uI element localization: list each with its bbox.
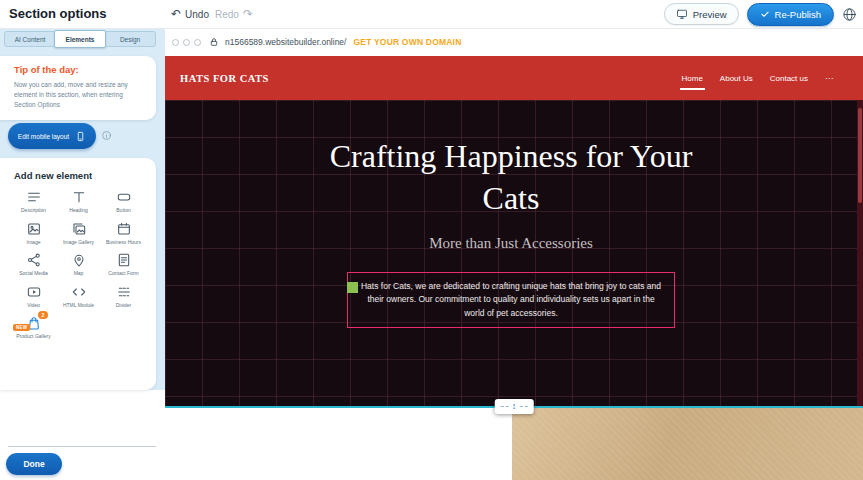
dash-decoration — [501, 406, 509, 407]
drag-handle[interactable] — [347, 282, 358, 293]
undo-icon: ↶ — [171, 8, 181, 20]
element-button[interactable]: Button — [101, 189, 146, 214]
app: Section options ↶ Undo Redo ↷ Preview — [0, 0, 863, 480]
topbar-actions: Preview Re-Publish — [664, 0, 857, 28]
element-divider[interactable]: Divider — [101, 284, 146, 309]
badge-count: 2 — [38, 311, 48, 319]
phone-icon — [75, 131, 86, 142]
browser-bar: n1566589.websitebuilder.online/ GET YOUR… — [165, 28, 863, 57]
section-resize-handle[interactable]: ↕ — [495, 399, 534, 414]
sidebar-divider — [8, 446, 156, 447]
divider-icon — [116, 284, 132, 300]
resize-arrows-icon: ↕ — [512, 402, 517, 411]
add-element-heading: Add new element — [0, 158, 156, 181]
heading-icon — [71, 189, 87, 205]
hero-section: Crafting Happiness for Your Cats More th… — [165, 100, 857, 406]
next-section-image[interactable] — [512, 408, 863, 480]
element-html-module[interactable]: HTML Module — [56, 284, 101, 309]
video-icon — [26, 284, 42, 300]
main-area: n1566589.websitebuilder.online/ GET YOUR… — [165, 28, 863, 480]
topbar: Section options ↶ Undo Redo ↷ Preview — [0, 0, 863, 29]
element-video[interactable]: Video — [11, 284, 56, 309]
info-icon[interactable] — [101, 130, 112, 141]
preview-button[interactable]: Preview — [664, 3, 739, 25]
scrollbar-track[interactable] — [857, 100, 863, 406]
scrollbar-thumb[interactable] — [858, 108, 862, 203]
hero-textbox[interactable]: Hats for Cats, we are dedicated to craft… — [347, 272, 675, 328]
element-product-gallery[interactable]: 2 NEW Product Gallery — [11, 315, 56, 340]
element-heading[interactable]: Heading — [56, 189, 101, 214]
site-url: n1566589.websitebuilder.online/ — [225, 37, 346, 47]
edit-mobile-label: Edit mobile layout — [18, 133, 69, 140]
element-image-gallery[interactable]: Image Gallery — [56, 221, 101, 246]
check-icon — [760, 9, 770, 19]
monitor-icon — [676, 8, 688, 20]
social-media-icon — [26, 252, 42, 268]
site-header: HATS FOR CATS Home About Us Contact us ⋯ — [165, 56, 863, 100]
image-icon — [26, 221, 42, 237]
tip-card: Tip of the day: Now you can add, move an… — [0, 56, 156, 120]
next-section — [165, 408, 863, 480]
nav-more-icon[interactable]: ⋯ — [825, 74, 833, 83]
tab-design[interactable]: Design — [105, 32, 155, 46]
redo-button[interactable]: Redo ↷ — [215, 0, 253, 28]
nav-contact-us[interactable]: Contact us — [770, 74, 808, 83]
hero-body-text: Hats for Cats, we are dedicated to craft… — [358, 280, 664, 320]
get-domain-link[interactable]: GET YOUR OWN DOMAIN — [353, 37, 461, 47]
globe-icon[interactable] — [842, 7, 857, 22]
window-dot — [183, 39, 190, 46]
map-pin-icon — [71, 252, 87, 268]
tab-elements[interactable]: Elements — [54, 30, 106, 48]
lock-icon — [209, 37, 219, 47]
element-contact-form[interactable]: Contact Form — [101, 252, 146, 277]
tip-heading: Tip of the day: — [14, 64, 142, 75]
nav-about-us[interactable]: About Us — [720, 74, 753, 83]
redo-label: Redo — [215, 9, 239, 20]
tab-ai-content[interactable]: AI Content — [5, 32, 55, 46]
window-dots — [172, 39, 201, 46]
image-gallery-icon — [71, 221, 87, 237]
contact-form-icon — [116, 252, 132, 268]
undo-button[interactable]: ↶ Undo — [171, 0, 209, 28]
republish-button[interactable]: Re-Publish — [747, 3, 834, 26]
redo-icon: ↷ — [243, 8, 253, 20]
element-grid: Description Heading Button — [0, 181, 156, 340]
element-social-media[interactable]: Social Media — [11, 252, 56, 277]
window-dot — [172, 39, 179, 46]
done-button[interactable]: Done — [6, 453, 62, 475]
hero-heading[interactable]: Crafting Happiness for Your Cats — [311, 136, 711, 219]
nav-home[interactable]: Home — [682, 74, 703, 83]
code-icon — [71, 284, 87, 300]
edit-mobile-layout-button[interactable]: Edit mobile layout — [8, 123, 96, 149]
page-title: Section options — [9, 6, 107, 21]
description-icon — [26, 189, 42, 205]
element-map[interactable]: Map — [56, 252, 101, 277]
site-logo[interactable]: HATS FOR CATS — [180, 56, 269, 100]
sidebar-tabs: AI Content Elements Design — [4, 31, 156, 47]
business-hours-icon — [116, 221, 132, 237]
undo-label: Undo — [185, 9, 209, 20]
button-icon — [116, 189, 132, 205]
window-dot — [194, 39, 201, 46]
site-preview: HATS FOR CATS Home About Us Contact us ⋯… — [165, 56, 863, 480]
new-badge: NEW — [13, 324, 30, 331]
preview-label: Preview — [693, 9, 727, 20]
hero-subheading[interactable]: More than Just Accessories — [165, 235, 857, 252]
element-image[interactable]: Image — [11, 221, 56, 246]
site-nav: Home About Us Contact us ⋯ — [682, 56, 834, 100]
sidebar: AI Content Elements Design Tip of the da… — [0, 28, 165, 480]
element-business-hours[interactable]: Business Hours — [101, 221, 146, 246]
republish-label: Re-Publish — [775, 9, 821, 20]
element-description[interactable]: Description — [11, 189, 56, 214]
add-element-panel: Add new element Description Heading — [0, 158, 156, 390]
dash-decoration — [519, 406, 527, 407]
tip-body: Now you can add, move and resize any ele… — [14, 80, 142, 110]
